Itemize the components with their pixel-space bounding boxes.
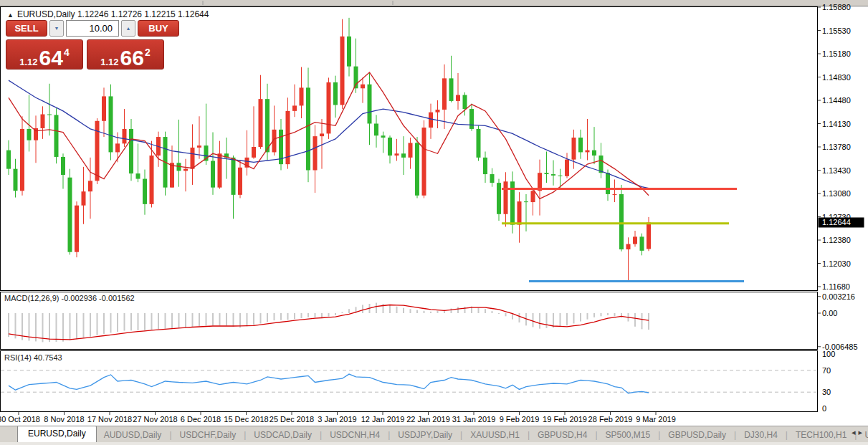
svg-text:3 Jan 2019: 3 Jan 2019 [318,415,356,424]
svg-text:9 Feb 2019: 9 Feb 2019 [500,415,540,424]
sell-price-big: 64 [39,49,63,67]
spinner-down-icon: ▼ [54,26,59,31]
svg-text:1.13080: 1.13080 [822,189,851,198]
svg-text:15 Dec 2018: 15 Dec 2018 [224,415,268,424]
sell-price-prefix: 1.12 [19,57,37,67]
svg-text:1.14830: 1.14830 [822,73,851,82]
svg-text:1.12380: 1.12380 [822,236,851,244]
one-click-trade-panel: SELL ▼ ▲ BUY 1.12644 1.12662 [6,20,166,70]
svg-text:8 Nov 2018: 8 Nov 2018 [44,415,84,424]
volume-increase-button[interactable]: ▲ [121,20,135,37]
svg-text:19 Feb 2019: 19 Feb 2019 [543,415,587,424]
buy-price-prefix: 1.12 [100,57,118,67]
svg-text:28 Feb 2019: 28 Feb 2019 [588,415,633,424]
tab-usdjpy-daily[interactable]: USDJPY,Daily [391,430,459,440]
tab-xauusd-h1[interactable]: XAUUSD,H1 [463,430,527,440]
svg-text:1.15530: 1.15530 [822,27,851,35]
svg-text:30 Oct 2018: 30 Oct 2018 [0,415,40,424]
sell-price-pip: 4 [64,47,70,58]
tab-gbpusd-daily[interactable]: GBPUSD,Daily [661,430,733,440]
svg-text:100: 100 [822,350,835,358]
svg-text:70: 70 [822,366,831,375]
svg-text:30: 30 [822,388,831,396]
volume-input[interactable] [66,20,119,37]
svg-text:0.003216: 0.003216 [822,292,855,301]
svg-text:25 Dec 2018: 25 Dec 2018 [270,415,314,424]
svg-text:27 Nov 2018: 27 Nov 2018 [133,415,177,424]
spinner-up-icon: ▲ [126,26,131,31]
symbol-ohlc-header: ▲EURUSD,Daily 1.12246 1.12726 1.12215 1.… [7,9,209,19]
svg-text:MACD(12,26,9) -0.002936 -0.001: MACD(12,26,9) -0.002936 -0.001562 [4,294,135,302]
svg-text:0: 0 [822,404,826,413]
tab-eurusd-daily[interactable]: EURUSD,Daily [17,426,97,442]
svg-text:1.14130: 1.14130 [822,120,851,128]
buy-price-big: 66 [120,49,144,67]
bottom-strip [0,442,868,445]
tab-dj30-h4[interactable]: DJ30,H4 [737,430,785,440]
svg-text:1.12644: 1.12644 [822,218,851,226]
svg-text:1.11680: 1.11680 [822,282,850,291]
tab-scroll-arrows[interactable]: ◂▸ [852,428,865,437]
tab-audusd-daily[interactable]: AUDUSD,Daily [97,430,169,440]
collapse-triangle-icon[interactable]: ▲ [7,11,14,19]
volume-decrease-button[interactable]: ▼ [49,20,64,37]
svg-text:1.15180: 1.15180 [822,49,851,58]
svg-text:1.15880: 1.15880 [822,3,851,11]
svg-text:12 Jan 2019: 12 Jan 2019 [361,415,405,424]
trading-platform-window: { "symbol_header": { "marker": "▲", "tex… [0,0,868,445]
tab-scroll-right-icon: ▸ [858,428,865,436]
tab-usdcad-daily[interactable]: USDCAD,Daily [247,430,319,440]
tab-gbpusd-h4[interactable]: GBPUSD,H4 [530,430,594,440]
tab-usdcnh-h4[interactable]: USDCNH,H4 [323,430,387,440]
sell-button[interactable]: SELL [6,20,47,37]
buy-quote-button[interactable]: 1.12662 [87,39,164,70]
chart-tabs-bar: EURUSD,DailyAUDUSD,Daily|USDCHF,Daily|US… [0,426,868,443]
svg-text:9 Mar 2019: 9 Mar 2019 [636,415,676,424]
svg-text:22 Jan 2019: 22 Jan 2019 [406,415,450,424]
svg-text:1.13430: 1.13430 [822,166,851,175]
svg-text:31 Jan 2019: 31 Jan 2019 [452,415,496,424]
svg-text:0.00: 0.00 [822,309,837,317]
buy-button[interactable]: BUY [138,20,179,37]
svg-text:6 Dec 2018: 6 Dec 2018 [181,415,221,424]
buy-price-pip: 2 [145,47,151,58]
svg-text:RSI(14) 40.7543: RSI(14) 40.7543 [4,353,62,362]
svg-text:17 Nov 2018: 17 Nov 2018 [87,415,132,424]
svg-text:1.13780: 1.13780 [822,143,851,151]
tab-usdchf-daily[interactable]: USDCHF,Daily [173,430,244,440]
svg-text:1.12030: 1.12030 [822,259,851,268]
tab-tech100-h1[interactable]: TECH100,H1 [788,430,854,440]
tab-sp500-m15[interactable]: SP500,M15 [598,430,658,440]
sell-quote-button[interactable]: 1.12644 [6,39,83,70]
symbol-ohlc-text: EURUSD,Daily 1.12246 1.12726 1.12215 1.1… [17,9,209,19]
svg-text:1.14480: 1.14480 [822,96,851,105]
